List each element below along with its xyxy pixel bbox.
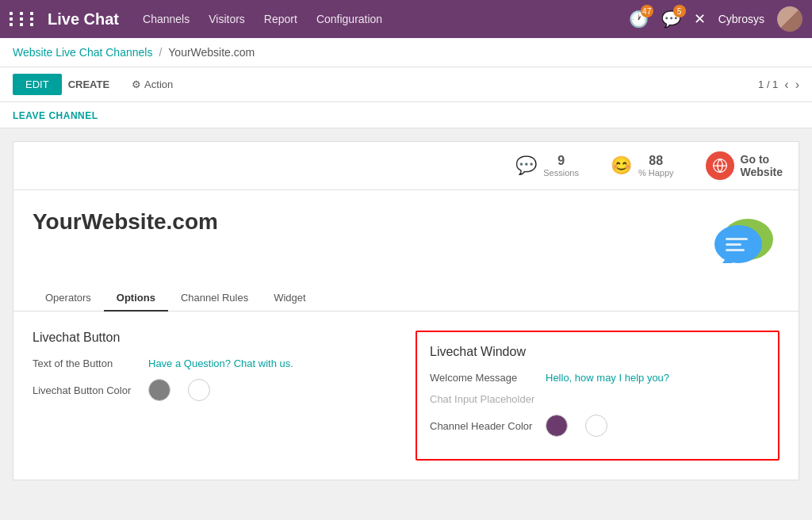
button-color-white-swatch[interactable] [188, 379, 210, 401]
breadcrumb-link[interactable]: Website Live Chat Channels [13, 46, 152, 59]
livechat-window-title: Livechat Window [430, 345, 765, 359]
button-text-value: Have a Question? Chat with us. [148, 358, 293, 369]
gear-icon: ⚙ [132, 78, 141, 90]
chat-icon-badge[interactable]: 💬 5 [661, 10, 681, 29]
svg-rect-7 [726, 249, 745, 251]
pagination: 1 / 1 ‹ › [758, 78, 799, 92]
edit-button[interactable]: EDIT [13, 74, 62, 95]
username: Cybrosys [718, 13, 764, 25]
clock-badge: 47 [641, 5, 653, 17]
tab-channel-rules[interactable]: Channel Rules [168, 285, 261, 312]
app-title: Live Chat [48, 10, 119, 29]
toolbar: EDIT CREATE ⚙ Action 1 / 1 ‹ › [0, 67, 812, 102]
action-button[interactable]: ⚙ Action [132, 78, 173, 90]
tab-widget[interactable]: Widget [261, 285, 318, 312]
header-color-swatch[interactable] [546, 415, 568, 437]
sessions-label: Sessions [543, 168, 579, 178]
happy-stat: 😊 88 % Happy [611, 154, 674, 178]
button-color-label: Livechat Button Color [33, 384, 136, 396]
chat-placeholder-row: Chat Input Placeholder [430, 393, 765, 405]
go-website-label2: Website [741, 166, 783, 178]
sessions-stat: 💬 9 Sessions [515, 154, 579, 178]
breadcrumb: Website Live Chat Channels / YourWebsite… [0, 38, 812, 67]
prev-page-button[interactable]: ‹ [784, 78, 788, 92]
tab-operators[interactable]: Operators [33, 285, 104, 312]
button-text-label: Text of the Button [33, 358, 136, 369]
sessions-count: 9 [543, 154, 579, 168]
nav-visitors[interactable]: Visitors [209, 13, 245, 25]
main-content: 💬 9 Sessions 😊 88 % Happy [0, 128, 812, 493]
create-button[interactable]: CREATE [68, 78, 109, 90]
channel-card: 💬 9 Sessions 😊 88 % Happy [13, 141, 799, 480]
button-color-swatch[interactable] [148, 379, 170, 401]
go-website-button[interactable]: Go to Website [706, 151, 783, 180]
header-color-white-swatch[interactable] [585, 415, 607, 437]
welcome-message-value: Hello, how may I help you? [546, 372, 669, 384]
clock-icon-badge[interactable]: 🕐 47 [629, 10, 649, 29]
sessions-icon: 💬 [515, 155, 537, 176]
breadcrumb-current: YourWebsite.com [168, 46, 255, 59]
channel-header: YourWebsite.com [13, 190, 799, 285]
livechat-button-section: Livechat Button Text of the Button Have … [33, 331, 368, 461]
header-color-label: Channel Header Color [430, 420, 533, 432]
happy-count: 88 [638, 154, 674, 168]
form-content: Livechat Button Text of the Button Have … [13, 312, 799, 480]
tabs: Operators Options Channel Rules Widget [13, 285, 799, 312]
app-grid-icon[interactable] [10, 12, 38, 26]
welcome-message-row: Welcome Message Hello, how may I help yo… [430, 372, 765, 384]
chat-placeholder-label: Chat Input Placeholder [430, 393, 541, 405]
nav-configuration[interactable]: Configuration [316, 13, 382, 25]
breadcrumb-separator: / [159, 46, 162, 59]
button-color-row: Livechat Button Color [33, 379, 368, 401]
chat-badge: 5 [673, 5, 686, 17]
tab-options[interactable]: Options [104, 285, 168, 312]
avatar[interactable] [777, 6, 802, 32]
nav-report[interactable]: Report [264, 13, 297, 25]
leave-bar: LEAVE CHANNEL [0, 102, 812, 128]
nav-menu: Channels Visitors Report Configuration [143, 13, 629, 25]
top-nav: Live Chat Channels Visitors Report Confi… [0, 0, 812, 38]
next-page-button[interactable]: › [795, 78, 799, 92]
nav-channels[interactable]: Channels [143, 13, 190, 25]
livechat-button-title: Livechat Button [33, 331, 368, 345]
chat-bubbles-icon [708, 209, 779, 273]
nav-right: 🕐 47 💬 5 ✕ Cybrosys [629, 6, 802, 32]
happy-label: % Happy [638, 168, 674, 178]
svg-rect-6 [726, 243, 741, 246]
go-website-label: Go to [741, 153, 783, 166]
svg-rect-5 [726, 238, 748, 240]
go-website-icon [706, 151, 734, 180]
happy-icon: 😊 [611, 155, 632, 176]
channel-name: YourWebsite.com [33, 209, 218, 235]
stats-bar: 💬 9 Sessions 😊 88 % Happy [13, 142, 799, 190]
header-color-row: Channel Header Color [430, 415, 765, 437]
leave-channel-button[interactable]: LEAVE CHANNEL [13, 110, 98, 121]
livechat-window-section: Livechat Window Welcome Message Hello, h… [416, 331, 779, 461]
close-icon[interactable]: ✕ [694, 10, 706, 28]
button-text-row: Text of the Button Have a Question? Chat… [33, 358, 368, 369]
welcome-message-label: Welcome Message [430, 372, 533, 384]
